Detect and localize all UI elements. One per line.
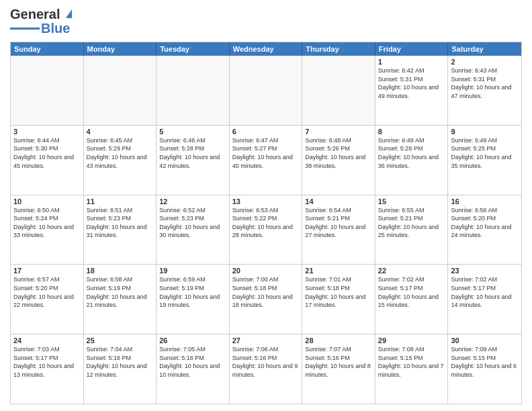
calendar-cell-9: 9Sunrise: 6:49 AMSunset: 5:25 PMDaylight… — [448, 126, 521, 195]
day-number: 29 — [378, 336, 445, 345]
day-number: 19 — [159, 267, 226, 275]
calendar-cell-26: 26Sunrise: 7:05 AMSunset: 5:16 PMDayligh… — [157, 334, 230, 404]
calendar-cell-4: 4Sunrise: 6:45 AMSunset: 5:29 PMDaylight… — [84, 126, 157, 195]
calendar-cell-21: 21Sunrise: 7:01 AMSunset: 5:18 PMDayligh… — [302, 265, 375, 334]
calendar-body: 1Sunrise: 6:42 AMSunset: 5:31 PMDaylight… — [11, 56, 521, 404]
cell-sun-info: Sunrise: 7:08 AMSunset: 5:15 PMDaylight:… — [378, 345, 445, 379]
cell-sun-info: Sunrise: 6:47 AMSunset: 5:27 PMDaylight:… — [232, 136, 300, 170]
calendar-row-0: 1Sunrise: 6:42 AMSunset: 5:31 PMDaylight… — [11, 56, 521, 126]
calendar-cell-30: 30Sunrise: 7:09 AMSunset: 5:15 PMDayligh… — [448, 334, 521, 404]
day-number: 30 — [451, 336, 519, 345]
weekday-header-saturday: Saturday — [448, 42, 521, 56]
day-number: 14 — [305, 197, 372, 205]
calendar-cell-empty-0-2 — [157, 56, 230, 125]
calendar-cell-14: 14Sunrise: 6:54 AMSunset: 5:21 PMDayligh… — [302, 195, 375, 265]
day-number: 5 — [159, 128, 226, 136]
day-number: 18 — [87, 267, 154, 275]
calendar-row-1: 3Sunrise: 6:44 AMSunset: 5:30 PMDaylight… — [11, 126, 521, 195]
calendar-header: SundayMondayTuesdayWednesdayThursdayFrid… — [11, 42, 521, 56]
calendar-row-4: 24Sunrise: 7:03 AMSunset: 5:17 PMDayligh… — [11, 334, 521, 404]
day-number: 9 — [451, 128, 519, 136]
cell-sun-info: Sunrise: 7:09 AMSunset: 5:15 PMDaylight:… — [451, 345, 519, 379]
calendar-cell-11: 11Sunrise: 6:51 AMSunset: 5:23 PMDayligh… — [84, 195, 157, 265]
calendar-cell-3: 3Sunrise: 6:44 AMSunset: 5:30 PMDaylight… — [11, 126, 84, 195]
logo: General Blue — [10, 7, 72, 36]
weekday-header-thursday: Thursday — [302, 42, 375, 56]
cell-sun-info: Sunrise: 6:50 AMSunset: 5:24 PMDaylight:… — [13, 206, 81, 240]
calendar-cell-2: 2Sunrise: 6:43 AMSunset: 5:31 PMDaylight… — [448, 56, 521, 125]
day-number: 7 — [305, 128, 372, 136]
calendar-cell-17: 17Sunrise: 6:57 AMSunset: 5:20 PMDayligh… — [11, 265, 84, 334]
calendar-cell-19: 19Sunrise: 6:59 AMSunset: 5:19 PMDayligh… — [157, 265, 230, 334]
cell-sun-info: Sunrise: 6:43 AMSunset: 5:31 PMDaylight:… — [451, 66, 519, 100]
logo-triangle-icon — [66, 9, 72, 18]
calendar-cell-13: 13Sunrise: 6:53 AMSunset: 5:22 PMDayligh… — [230, 195, 303, 265]
day-number: 2 — [451, 58, 519, 66]
cell-sun-info: Sunrise: 6:51 AMSunset: 5:23 PMDaylight:… — [87, 206, 154, 240]
calendar-cell-7: 7Sunrise: 6:48 AMSunset: 5:26 PMDaylight… — [302, 126, 375, 195]
cell-sun-info: Sunrise: 7:06 AMSunset: 5:16 PMDaylight:… — [232, 345, 300, 379]
day-number: 10 — [13, 197, 81, 205]
calendar-cell-29: 29Sunrise: 7:08 AMSunset: 5:15 PMDayligh… — [375, 334, 449, 404]
weekday-header-sunday: Sunday — [11, 42, 84, 56]
day-number: 24 — [13, 336, 81, 345]
cell-sun-info: Sunrise: 7:00 AMSunset: 5:18 PMDaylight:… — [232, 275, 300, 309]
calendar-cell-23: 23Sunrise: 7:02 AMSunset: 5:17 PMDayligh… — [448, 265, 521, 334]
day-number: 20 — [232, 267, 300, 275]
calendar-cell-empty-0-3 — [230, 56, 303, 125]
cell-sun-info: Sunrise: 7:01 AMSunset: 5:18 PMDaylight:… — [305, 275, 372, 309]
calendar-cell-6: 6Sunrise: 6:47 AMSunset: 5:27 PMDaylight… — [230, 126, 303, 195]
cell-sun-info: Sunrise: 6:53 AMSunset: 5:22 PMDaylight:… — [232, 206, 300, 240]
cell-sun-info: Sunrise: 7:02 AMSunset: 5:17 PMDaylight:… — [378, 275, 445, 309]
calendar-cell-22: 22Sunrise: 7:02 AMSunset: 5:17 PMDayligh… — [375, 265, 449, 334]
day-number: 3 — [13, 128, 81, 136]
day-number: 28 — [305, 336, 372, 345]
cell-sun-info: Sunrise: 6:46 AMSunset: 5:28 PMDaylight:… — [159, 136, 226, 170]
calendar-cell-15: 15Sunrise: 6:55 AMSunset: 5:21 PMDayligh… — [375, 195, 449, 265]
calendar-cell-18: 18Sunrise: 6:58 AMSunset: 5:19 PMDayligh… — [84, 265, 157, 334]
day-number: 15 — [378, 197, 445, 205]
cell-sun-info: Sunrise: 7:07 AMSunset: 5:16 PMDaylight:… — [305, 345, 372, 379]
calendar-cell-16: 16Sunrise: 6:56 AMSunset: 5:20 PMDayligh… — [448, 195, 521, 265]
page: General Blue SundayMondayTuesdayWednesda… — [0, 0, 532, 411]
header: General Blue — [10, 7, 522, 36]
cell-sun-info: Sunrise: 6:45 AMSunset: 5:29 PMDaylight:… — [87, 136, 154, 170]
logo-general: General — [10, 7, 64, 21]
cell-sun-info: Sunrise: 6:49 AMSunset: 5:26 PMDaylight:… — [378, 136, 445, 170]
weekday-header-friday: Friday — [375, 42, 449, 56]
cell-sun-info: Sunrise: 6:59 AMSunset: 5:19 PMDaylight:… — [159, 275, 226, 309]
cell-sun-info: Sunrise: 6:42 AMSunset: 5:31 PMDaylight:… — [378, 66, 445, 100]
calendar-cell-10: 10Sunrise: 6:50 AMSunset: 5:24 PMDayligh… — [11, 195, 84, 265]
day-number: 23 — [451, 267, 519, 275]
calendar-cell-empty-0-4 — [302, 56, 375, 125]
day-number: 1 — [378, 58, 445, 66]
day-number: 26 — [159, 336, 226, 345]
cell-sun-info: Sunrise: 7:03 AMSunset: 5:17 PMDaylight:… — [13, 345, 81, 379]
calendar-cell-20: 20Sunrise: 7:00 AMSunset: 5:18 PMDayligh… — [230, 265, 303, 334]
calendar-row-3: 17Sunrise: 6:57 AMSunset: 5:20 PMDayligh… — [11, 265, 521, 334]
cell-sun-info: Sunrise: 7:04 AMSunset: 5:16 PMDaylight:… — [87, 345, 154, 379]
calendar-cell-28: 28Sunrise: 7:07 AMSunset: 5:16 PMDayligh… — [302, 334, 375, 404]
cell-sun-info: Sunrise: 7:05 AMSunset: 5:16 PMDaylight:… — [159, 345, 226, 379]
day-number: 22 — [378, 267, 445, 275]
cell-sun-info: Sunrise: 7:02 AMSunset: 5:17 PMDaylight:… — [451, 275, 519, 309]
calendar-row-2: 10Sunrise: 6:50 AMSunset: 5:24 PMDayligh… — [11, 195, 521, 265]
cell-sun-info: Sunrise: 6:56 AMSunset: 5:20 PMDaylight:… — [451, 206, 519, 240]
day-number: 4 — [87, 128, 154, 136]
day-number: 16 — [451, 197, 519, 205]
cell-sun-info: Sunrise: 6:44 AMSunset: 5:30 PMDaylight:… — [13, 136, 81, 170]
calendar-cell-5: 5Sunrise: 6:46 AMSunset: 5:28 PMDaylight… — [157, 126, 230, 195]
day-number: 21 — [305, 267, 372, 275]
day-number: 13 — [232, 197, 300, 205]
cell-sun-info: Sunrise: 6:54 AMSunset: 5:21 PMDaylight:… — [305, 206, 372, 240]
day-number: 8 — [378, 128, 445, 136]
cell-sun-info: Sunrise: 6:58 AMSunset: 5:19 PMDaylight:… — [87, 275, 154, 309]
day-number: 27 — [232, 336, 300, 345]
logo-blue: Blue — [41, 21, 70, 36]
weekday-header-tuesday: Tuesday — [157, 42, 230, 56]
day-number: 25 — [87, 336, 154, 345]
day-number: 17 — [13, 267, 81, 275]
cell-sun-info: Sunrise: 6:52 AMSunset: 5:23 PMDaylight:… — [159, 206, 226, 240]
weekday-header-monday: Monday — [84, 42, 157, 56]
calendar-cell-24: 24Sunrise: 7:03 AMSunset: 5:17 PMDayligh… — [11, 334, 84, 404]
